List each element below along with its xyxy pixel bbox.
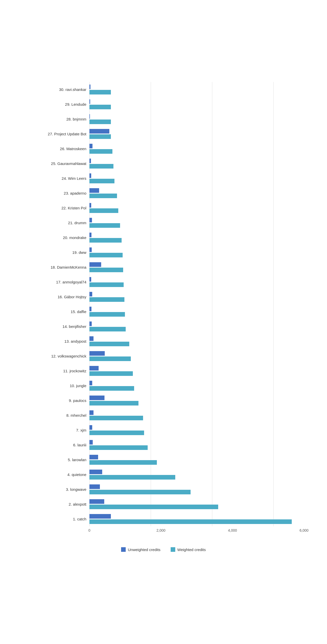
row-label: 19. dww [33,250,89,255]
row-label: 26. Matroskeen [33,147,89,151]
weighted-bar-wrap [89,519,294,524]
bars-group [89,200,294,215]
unweighted-bar-wrap [89,440,294,445]
weighted-bar [89,134,111,139]
unweighted-bar [89,99,90,104]
unweighted-bar-wrap [89,351,294,356]
row-label: 16. Gábor Hojtsy [33,295,89,299]
bars-group [89,230,294,245]
bars-group [89,171,294,186]
bars-group [89,304,294,319]
legend-unweighted: Unweighted credits [121,547,160,552]
table-row: 8. mherchel [33,408,294,423]
table-row: 26. Matroskeen [33,141,294,156]
weighted-bar [89,179,114,183]
bars-group [89,141,294,156]
weighted-bar [89,164,113,169]
unweighted-bar [89,396,104,400]
bars-group [89,511,294,526]
table-row: 15. daffie [33,304,294,319]
unweighted-bar-wrap [89,396,294,400]
unweighted-bar-wrap [89,499,294,504]
row-label: 25. Gauravmahlawat [33,161,89,166]
table-row: 24. Wim Leers [33,171,294,186]
weighted-bar [89,342,129,346]
unweighted-bar [89,514,111,519]
unweighted-bar-wrap [89,410,294,415]
weighted-bar [89,416,143,420]
unweighted-bar-wrap [89,173,294,178]
unweighted-bar [89,410,94,415]
weighted-bar [89,297,124,302]
weighted-bar-wrap [89,460,294,465]
weighted-bar [89,505,218,509]
weighted-bar [89,460,157,465]
unweighted-bar-wrap [89,218,294,222]
weighted-bar [89,445,148,450]
bars-group [89,319,294,334]
unweighted-bar-wrap [89,247,294,252]
legend-unweighted-box [121,547,126,552]
legend-weighted: Weighted credits [171,547,206,552]
bars-group [89,186,294,200]
weighted-bar [89,356,131,361]
unweighted-bar-wrap [89,470,294,474]
table-row: 20. mondrake [33,230,294,245]
unweighted-bar [89,381,92,385]
unweighted-bar-wrap [89,114,294,119]
table-row: 4. quietone [33,467,294,482]
table-row: 3. longwave [33,482,294,497]
row-label: 8. mherchel [33,413,89,418]
legend-unweighted-label: Unweighted credits [128,547,160,552]
row-label: 12. volkswagenchick [33,354,89,358]
weighted-bar [89,475,175,480]
unweighted-bar [89,440,93,445]
row-label: 7. xjm [33,428,89,432]
row-label: 22. Kristen Pol [33,206,89,210]
weighted-bar [89,194,117,198]
bars-group [89,393,294,408]
unweighted-bar [89,144,92,148]
unweighted-bar [89,425,92,430]
unweighted-bar-wrap [89,233,294,237]
row-label: 17. anmolgoyal74 [33,280,89,284]
unweighted-bar-wrap [89,366,294,371]
unweighted-bar [89,321,92,326]
weighted-bar-wrap [89,134,294,139]
row-label: 11. jrockowitz [33,369,89,373]
table-row: 2. alexpott [33,497,294,511]
weighted-bar [89,208,118,213]
table-row: 29. Lendude [33,97,294,112]
unweighted-bar [89,233,91,237]
table-row: 13. andypost [33,334,294,349]
weighted-bar [89,282,124,287]
row-label: 2. alexpott [33,502,89,506]
weighted-bar-wrap [89,386,294,391]
table-row: 7. xjm [33,423,294,437]
row-label: 1. catch [33,517,89,521]
chart-area: 30. ravi.shankar29. Lendude28. bnjmnm27.… [33,82,294,526]
row-label: 20. mondrake [33,235,89,240]
table-row: 14. benjifisher [33,319,294,334]
unweighted-bar-wrap [89,307,294,311]
x-tick-label: 4,000 [228,528,237,532]
weighted-bar [89,268,123,272]
unweighted-bar [89,247,92,252]
table-row: 17. anmolgoyal74 [33,275,294,289]
row-label: 28. bnjmnm [33,117,89,121]
bars-group [89,378,294,393]
weighted-bar-wrap [89,475,294,480]
bars-group [89,437,294,452]
row-label: 3. longwave [33,487,89,492]
row-label: 24. Wim Leers [33,176,89,181]
table-row: 12. volkswagenchick [33,349,294,363]
table-row: 27. Project Update Bot [33,126,294,141]
row-label: 27. Project Update Bot [33,132,89,136]
weighted-bar-wrap [89,312,294,317]
bars-group [89,245,294,260]
bars-group [89,467,294,482]
unweighted-bar [89,262,101,267]
bars-group [89,126,294,141]
x-tick-label: 0 [88,528,90,532]
table-row: 22. Kristen Pol [33,200,294,215]
